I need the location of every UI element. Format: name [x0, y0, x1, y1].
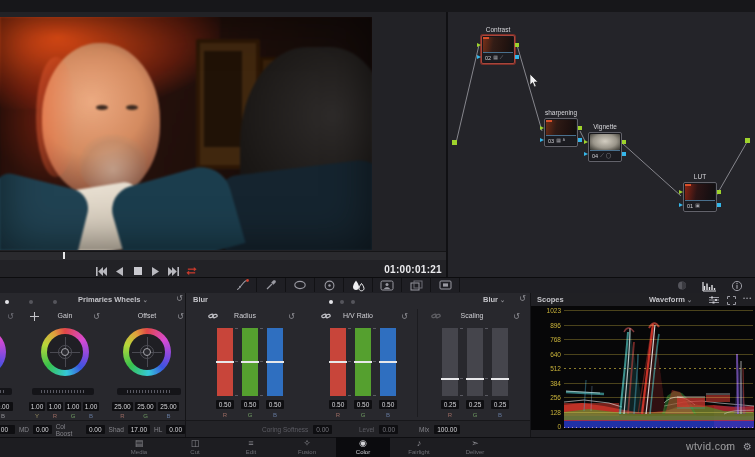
scope-mode-dropdown[interactable]: Waveform ⌄	[649, 295, 692, 304]
radius-slider-g[interactable]	[242, 328, 258, 396]
sizing-tool-button[interactable]	[402, 278, 431, 292]
level-value[interactable]: 0.00	[379, 425, 398, 434]
tab-media[interactable]: ▤ Media	[114, 437, 164, 457]
page-dot[interactable]	[53, 300, 57, 304]
reset-blur-icon[interactable]: ↺	[519, 295, 526, 303]
link-channels-icon[interactable]	[321, 312, 331, 320]
power-window-button[interactable]	[286, 278, 315, 292]
stereo-3d-tool-button[interactable]	[431, 278, 460, 292]
adjust-value-colboost[interactable]: 0.00	[86, 425, 105, 434]
gain-value-r[interactable]: 1.00	[47, 402, 63, 411]
tab-deliver[interactable]: ➣ Deliver	[450, 437, 500, 457]
reset-primaries-icon[interactable]: ↺	[176, 295, 183, 303]
step-forward-button[interactable]	[150, 266, 161, 277]
blur-mode-dropdown[interactable]: Blur ⌄	[483, 295, 505, 304]
offset-master-wheel[interactable]	[117, 388, 181, 395]
hv-value-r[interactable]: 0.50	[329, 400, 347, 409]
link-channels-icon-disabled[interactable]	[431, 312, 441, 320]
hv-slider-r[interactable]	[330, 328, 346, 396]
info-button[interactable]	[731, 280, 743, 292]
radius-value-g[interactable]: 0.50	[241, 400, 259, 409]
step-back-button[interactable]	[114, 266, 125, 277]
gamma-master-wheel-partial[interactable]	[0, 388, 12, 395]
tab-cut[interactable]: ◫ Cut	[170, 437, 220, 457]
reset-radius-icon[interactable]: ↺	[288, 313, 295, 321]
scope-settings-icon[interactable]	[709, 296, 719, 304]
adjust-value-shad[interactable]: 17.00	[128, 425, 150, 434]
reset-gain-icon[interactable]: ↺	[93, 313, 100, 321]
page-dot[interactable]	[351, 300, 355, 304]
adjust-value-hl[interactable]: 0.00	[166, 425, 185, 434]
offset-wheel[interactable]	[123, 328, 171, 376]
adjust-value-partial[interactable]: 00	[0, 425, 15, 434]
page-dot[interactable]	[340, 300, 344, 304]
auto-balance-icon[interactable]	[30, 312, 39, 321]
offset-value-g[interactable]: 25.00	[135, 402, 156, 411]
radius-value-b[interactable]: 0.50	[266, 400, 284, 409]
expand-scope-icon[interactable]	[727, 296, 736, 305]
key-tool-button[interactable]	[373, 278, 402, 292]
coring-softness-value[interactable]: 0.00	[313, 425, 332, 434]
curves-tool-button[interactable]	[228, 278, 257, 292]
node-key-output-port[interactable]	[622, 152, 626, 156]
node-output-port[interactable]	[578, 126, 582, 130]
page-dot-active[interactable]	[5, 300, 9, 304]
scaling-slider-g[interactable]	[467, 328, 483, 396]
tab-color[interactable]: ◉ Color	[338, 437, 388, 457]
scopes-toggle-button-active[interactable]	[702, 280, 717, 292]
node-output-port[interactable]	[622, 140, 626, 144]
reset-scaling-icon[interactable]: ↺	[513, 313, 520, 321]
node-output-port[interactable]	[717, 190, 721, 194]
loop-button[interactable]	[186, 266, 197, 277]
video-preview[interactable]	[0, 17, 372, 250]
radius-value-r[interactable]: 0.50	[216, 400, 234, 409]
gain-master-wheel[interactable]	[32, 388, 94, 395]
hv-value-b[interactable]: 0.50	[379, 400, 397, 409]
node-contrast[interactable]: Contrast 02▦⟋	[481, 35, 515, 64]
scaling-value-r[interactable]: 0.25	[441, 400, 459, 409]
node-output-port[interactable]	[515, 43, 519, 47]
mix-value[interactable]: 100.00	[434, 425, 460, 434]
highlight-toggle-button[interactable]	[676, 280, 688, 291]
node-key-output-port[interactable]	[578, 138, 582, 142]
skip-start-button[interactable]	[96, 266, 107, 277]
offset-value-b[interactable]: 25.00	[158, 402, 179, 411]
blur-tool-button-active[interactable]	[344, 278, 373, 292]
node-key-output-port[interactable]	[515, 55, 519, 59]
qualifier-eyedropper-button[interactable]	[257, 278, 286, 292]
radius-slider-r[interactable]	[217, 328, 233, 396]
node-sharpening[interactable]: sharpening 03▦ᴬ	[544, 118, 578, 147]
node-lut[interactable]: LUT 01▣	[683, 182, 717, 212]
scaling-slider-b[interactable]	[492, 328, 508, 396]
hv-value-g[interactable]: 0.50	[354, 400, 372, 409]
more-options-icon[interactable]: •••	[743, 295, 752, 301]
node-vignette[interactable]: Vignette 04⟋◯	[588, 132, 622, 162]
scaling-slider-r[interactable]	[442, 328, 458, 396]
viewer-scrub-bar[interactable]	[0, 251, 446, 260]
offset-value-r[interactable]: 25.00	[112, 402, 133, 411]
tracker-button[interactable]	[315, 278, 344, 292]
gain-wheel[interactable]	[41, 328, 89, 376]
gain-value-g[interactable]: 1.00	[65, 402, 81, 411]
reset-hv-ratio-icon[interactable]: ↺	[401, 313, 408, 321]
tab-fusion[interactable]: ✧ Fusion	[282, 437, 332, 457]
skip-end-button[interactable]	[168, 266, 179, 277]
radius-slider-b[interactable]	[267, 328, 283, 396]
page-dot[interactable]	[29, 300, 33, 304]
hv-slider-b[interactable]	[380, 328, 396, 396]
node-graph-panel[interactable]: Contrast 02▦⟋ sharpening 03▦ᴬ	[448, 12, 755, 277]
adjust-value-md[interactable]: 0.00	[33, 425, 52, 434]
primaries-mode-dropdown[interactable]: Primaries Wheels ⌄	[78, 295, 148, 304]
tab-edit[interactable]: ≡ Edit	[226, 437, 276, 457]
gain-value-y[interactable]: 1.00	[29, 402, 45, 411]
scaling-value-b[interactable]: 0.25	[491, 400, 509, 409]
gain-value-b[interactable]: 1.00	[83, 402, 99, 411]
gamma-wheel-partial[interactable]	[0, 328, 6, 376]
link-channels-icon[interactable]	[208, 312, 218, 320]
hv-slider-g[interactable]	[355, 328, 371, 396]
gear-icon[interactable]: ⚙	[743, 441, 752, 452]
playhead-marker[interactable]	[63, 252, 65, 259]
waveform-scope[interactable]: 1023 896 768 640 512 384 256 128 0	[531, 306, 755, 430]
reset-offset-icon[interactable]: ↺	[177, 313, 184, 321]
home-icon[interactable]: ⌂	[724, 442, 729, 452]
